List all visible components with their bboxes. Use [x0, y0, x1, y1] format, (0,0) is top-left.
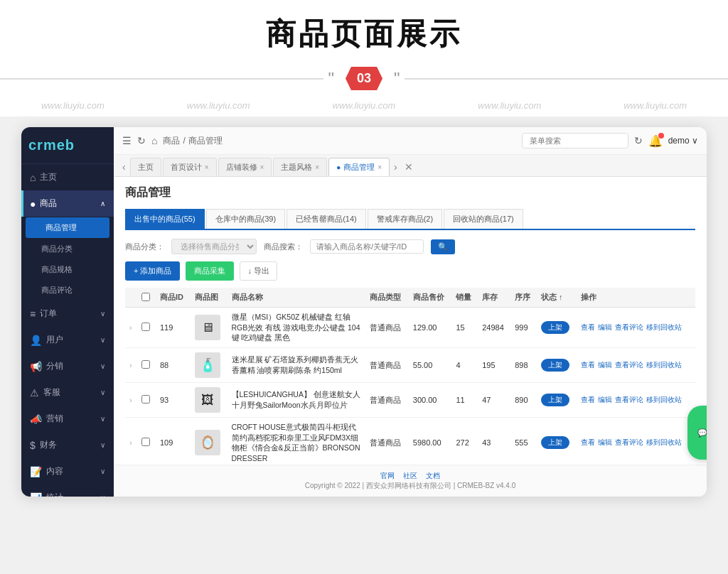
- footer-link-docs[interactable]: 文档: [426, 471, 440, 481]
- row-check-0[interactable]: [137, 308, 156, 348]
- tabs-row: ‹ 主页 首页设计 × 店铺装修 × 主题风格 × ● 商: [114, 155, 707, 177]
- product-thumbnail-1: 🧴: [195, 352, 220, 378]
- tab-close-all[interactable]: ✕: [402, 161, 416, 173]
- row-status-1[interactable]: 上架: [537, 348, 577, 383]
- watermark-5: www.liuyiu.com: [623, 100, 687, 111]
- action-3-3[interactable]: 移到回收站: [646, 438, 682, 448]
- row-expand-3[interactable]: ›: [125, 418, 137, 465]
- status-toggle-3[interactable]: 上架: [541, 436, 569, 449]
- avatar-button[interactable]: demo ∨: [668, 136, 698, 146]
- action-2-0[interactable]: 查看: [581, 395, 595, 405]
- tab-home-design[interactable]: 首页设计 ×: [163, 158, 217, 176]
- sidebar-item-users[interactable]: 👤 用户 ∨: [21, 327, 114, 353]
- tab-home-design-close[interactable]: ×: [205, 163, 209, 171]
- product-tab-soldout[interactable]: 已经售罄商品(14): [287, 209, 366, 229]
- row-status-3[interactable]: 上架: [537, 418, 577, 465]
- sidebar-item-finance[interactable]: $ 财务 ∨: [21, 432, 114, 458]
- col-status: 状态 ↑: [537, 288, 577, 308]
- table-row: › 109 🪞 CROFT HOUSE意式极简四斗柜现代简约高档驼驼和奈里工业风…: [125, 418, 695, 465]
- chevron-down-icon-finance: ∨: [100, 441, 105, 449]
- sidebar-item-marketing[interactable]: 📢 分销 ∨: [21, 353, 114, 379]
- tab-theme[interactable]: 主题风格 ×: [273, 158, 327, 176]
- tab-home-label: 主页: [138, 162, 154, 173]
- sidebar-item-orders[interactable]: ≡ 订单 ∨: [21, 300, 114, 327]
- action-2-1[interactable]: 编辑: [598, 395, 612, 405]
- sidebar-item-home[interactable]: ⌂ 主页: [21, 164, 114, 190]
- row-status-2[interactable]: 上架: [537, 383, 577, 418]
- action-1-1[interactable]: 编辑: [598, 360, 612, 370]
- action-3-0[interactable]: 查看: [581, 438, 595, 448]
- product-collect-button[interactable]: 商品采集: [186, 261, 234, 281]
- sidebar-sub-product-manage[interactable]: 商品管理: [26, 217, 109, 238]
- select-all-checkbox[interactable]: [141, 293, 150, 301]
- sidebar-item-content[interactable]: 📝 内容 ∨: [21, 458, 114, 484]
- action-1-2[interactable]: 查看评论: [615, 360, 643, 370]
- tab-home[interactable]: 主页: [130, 158, 161, 176]
- action-2-2[interactable]: 查看评论: [615, 395, 643, 405]
- action-0-3[interactable]: 移到回收站: [646, 323, 682, 332]
- action-3-2[interactable]: 查看评论: [615, 438, 643, 448]
- topbar-search-input[interactable]: [522, 133, 628, 148]
- product-search-button[interactable]: 🔍: [431, 239, 455, 254]
- action-2-3[interactable]: 移到回收站: [646, 395, 682, 405]
- table-header-row: 商品ID 商品图 商品名称 商品类型 商品售价 销量 库存 序序 状态 ↑ 操作: [125, 288, 695, 308]
- sidebar-item-products[interactable]: ● 商品 ∧: [21, 190, 114, 217]
- footer-link-community[interactable]: 社区: [403, 471, 417, 481]
- action-1-0[interactable]: 查看: [581, 360, 595, 370]
- refresh-icon[interactable]: ↻: [137, 135, 146, 146]
- product-search-input[interactable]: [310, 239, 424, 254]
- row-expand-0[interactable]: ›: [125, 308, 137, 348]
- product-tab-warning[interactable]: 警戒库存商品(2): [368, 209, 442, 229]
- sidebar-sub-product-spec[interactable]: 商品规格: [21, 259, 114, 280]
- refresh-icon-2[interactable]: ↻: [634, 135, 643, 146]
- tab-store-decor[interactable]: 店铺装修 ×: [218, 158, 272, 176]
- tab-product-manage[interactable]: ● 商品管理 ×: [328, 158, 390, 176]
- tab-nav-right[interactable]: ›: [391, 161, 400, 173]
- product-tab-selling[interactable]: 出售中的商品(55): [125, 209, 205, 229]
- add-product-button[interactable]: + 添加商品: [125, 261, 180, 281]
- status-toggle-1[interactable]: 上架: [541, 359, 569, 372]
- sidebar-item-sales[interactable]: 📣 营销 ∨: [21, 406, 114, 432]
- status-toggle-2[interactable]: 上架: [541, 394, 569, 406]
- home-breadcrumb-icon[interactable]: ⌂: [151, 135, 157, 146]
- watermark-section: www.liuyiu.com www.liuyiu.com www.liuyiu…: [0, 99, 728, 117]
- sidebar-sub-product-category[interactable]: 商品分类: [21, 239, 114, 259]
- action-3-1[interactable]: 编辑: [598, 438, 612, 448]
- action-1-3[interactable]: 移到回收站: [646, 360, 682, 370]
- sidebar-sub-product-review[interactable]: 商品评论: [21, 280, 114, 300]
- status-toggle-0[interactable]: 上架: [541, 321, 569, 334]
- tab-store-decor-close[interactable]: ×: [260, 163, 264, 171]
- row-actions-2: 查看编辑查看评论移到回收站: [577, 383, 695, 418]
- stats-icon: 📊: [30, 492, 42, 497]
- tab-nav-left[interactable]: ‹: [119, 161, 129, 173]
- row-status-0[interactable]: 上架: [537, 308, 577, 348]
- menu-toggle-icon[interactable]: ☰: [122, 135, 132, 146]
- action-0-0[interactable]: 查看: [581, 323, 595, 332]
- row-expand-1[interactable]: ›: [125, 348, 137, 383]
- tab-product-manage-close[interactable]: ×: [378, 163, 382, 171]
- export-button[interactable]: ↓ 导出: [240, 261, 277, 281]
- sidebar-item-complaints[interactable]: ⚠ 客服 ∨: [21, 379, 114, 406]
- page-heading: 商品管理: [125, 185, 695, 200]
- category-filter-select[interactable]: 选择待售商品分类: [171, 239, 257, 254]
- action-0-1[interactable]: 编辑: [598, 323, 612, 332]
- row-check-1[interactable]: [137, 348, 156, 383]
- online-chat-button[interactable]: 💬 在线咨询: [687, 406, 707, 460]
- row-check-2[interactable]: [137, 383, 156, 418]
- notification-icon[interactable]: 🔔: [648, 134, 663, 148]
- footer-link-official[interactable]: 官网: [380, 471, 395, 481]
- users-icon: 👤: [30, 335, 42, 346]
- row-price-3: 5980.00: [409, 418, 452, 465]
- breadcrumb-manage: 商品管理: [188, 135, 223, 147]
- sidebar-item-stats[interactable]: 📊 统计 ∨: [21, 484, 114, 497]
- product-tab-recycle[interactable]: 回收站的商品(17): [444, 209, 523, 229]
- product-tab-warehouse[interactable]: 仓库中的商品(39): [206, 209, 286, 229]
- row-check-3[interactable]: [137, 418, 156, 465]
- action-0-2[interactable]: 查看评论: [615, 323, 643, 332]
- col-expand: [125, 288, 137, 308]
- sidebar-label-marketing: 分销: [46, 360, 63, 372]
- chevron-up-icon: ∧: [100, 200, 105, 207]
- row-id-2: 93: [156, 383, 191, 418]
- tab-theme-close[interactable]: ×: [315, 163, 319, 171]
- row-expand-2[interactable]: ›: [125, 383, 137, 418]
